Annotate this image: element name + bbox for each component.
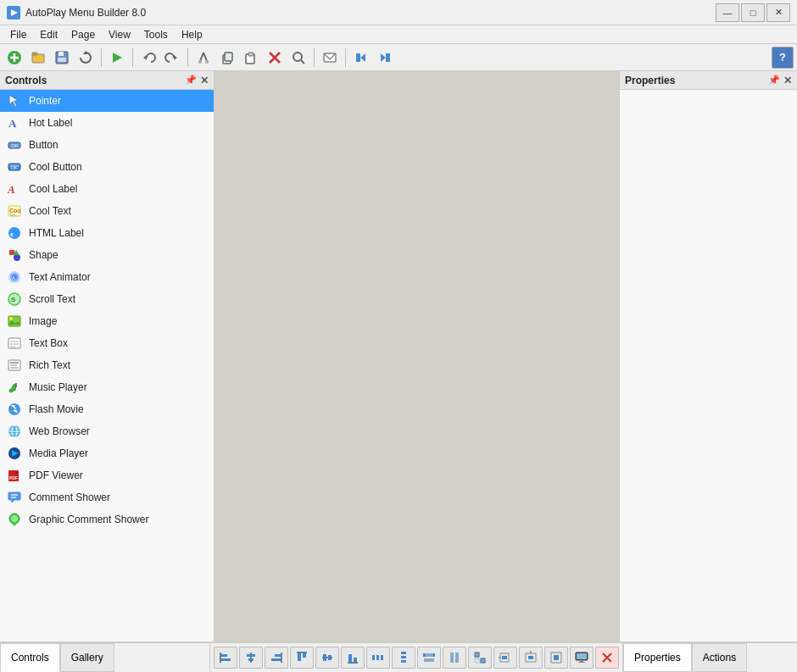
menu-help[interactable]: Help: [175, 27, 209, 42]
ctrl-text-animator[interactable]: A Text Animator: [0, 266, 214, 288]
menu-page[interactable]: Page: [64, 27, 102, 42]
cool-label-icon: A: [7, 181, 22, 197]
distribute-v-button[interactable]: [392, 647, 415, 669]
svg-rect-115: [475, 658, 479, 663]
play-button[interactable]: [106, 47, 128, 69]
svg-rect-8: [59, 52, 64, 56]
toolbar: ?: [0, 44, 797, 71]
gallery-tab[interactable]: Gallery: [60, 643, 114, 672]
graphic-comment-icon: [7, 512, 22, 527]
distribute-h-button[interactable]: [366, 647, 390, 669]
ctrl-rich-text[interactable]: Rich Text: [0, 354, 214, 376]
ctrl-rich-text-label: Rich Text: [29, 359, 70, 371]
ctrl-cool-label-label: Cool Label: [29, 183, 77, 195]
ctrl-image[interactable]: Image: [0, 310, 214, 332]
ctrl-pointer[interactable]: Pointer: [0, 90, 214, 112]
svg-rect-100: [354, 658, 357, 663]
ctrl-media-player-label: Media Player: [29, 447, 88, 459]
ctrl-button[interactable]: OK Button: [0, 134, 214, 156]
ctrl-text-box[interactable]: Text Box: [0, 332, 214, 354]
svg-rect-114: [481, 658, 485, 663]
ctrl-pdf-viewer-label: PDF Viewer: [29, 469, 83, 481]
ctrl-web-browser[interactable]: Web Browser: [0, 420, 214, 442]
new-button[interactable]: [3, 47, 25, 69]
menu-edit[interactable]: Edit: [33, 27, 64, 42]
ctrl-html-label-label: HTML Label: [29, 227, 84, 239]
align-bottom-edges-button[interactable]: [341, 647, 365, 669]
help-button[interactable]: ?: [772, 47, 794, 69]
canvas-area[interactable]: [215, 71, 619, 641]
ctrl-flash-movie[interactable]: Flash Movie: [0, 398, 214, 420]
ctrl-cool-button-label: Cool Button: [29, 161, 82, 173]
maximize-button[interactable]: □: [741, 3, 765, 22]
ctrl-text-box-label: Text Box: [29, 337, 68, 349]
ctrl-cool-text-label: Cool Text: [29, 205, 71, 217]
controls-close-icon[interactable]: ✕: [200, 75, 209, 86]
ctrl-cool-text[interactable]: Cool Text Cool Text: [0, 200, 214, 222]
close-button[interactable]: ✕: [766, 3, 790, 22]
ctrl-music-player[interactable]: Music Player: [0, 376, 214, 398]
align-top-edges-button[interactable]: [290, 647, 314, 669]
align-right-edges-button[interactable]: [265, 647, 288, 669]
actions-tab[interactable]: Actions: [692, 643, 747, 672]
align-center-v-button[interactable]: [315, 647, 339, 669]
properties-panel-header: Properties 📌 ✕: [620, 71, 797, 90]
ctrl-pointer-label: Pointer: [29, 95, 61, 107]
delete-objects-button[interactable]: [595, 647, 619, 669]
ctrl-scroll-text[interactable]: S Scroll Text: [0, 288, 214, 310]
ctrl-shape[interactable]: Shape: [0, 244, 214, 266]
svg-rect-108: [424, 658, 434, 662]
svg-rect-123: [554, 655, 559, 660]
ctrl-graphic-comment[interactable]: Graphic Comment Shower: [0, 508, 214, 530]
bottom-right-tabs: Properties Actions: [622, 643, 797, 672]
page-center-h-button[interactable]: [519, 647, 543, 669]
redo-button[interactable]: [161, 47, 183, 69]
open-button[interactable]: [27, 47, 49, 69]
ctrl-media-player[interactable]: Media Player: [0, 442, 214, 464]
minimize-button[interactable]: —: [716, 3, 739, 22]
ctrl-hot-label[interactable]: A Hot Label: [0, 112, 214, 134]
svg-marker-29: [381, 53, 386, 62]
align-left-edges-button[interactable]: [214, 647, 237, 669]
monitor-button[interactable]: [570, 647, 594, 669]
ctrl-cool-label[interactable]: A Cool Label: [0, 178, 214, 200]
properties-pin-icon[interactable]: 📌: [768, 75, 780, 86]
ctrl-cool-button[interactable]: OK Cool Button: [0, 156, 214, 178]
page-left-button[interactable]: [493, 647, 517, 669]
svg-rect-93: [298, 653, 301, 661]
properties-tab[interactable]: Properties: [623, 643, 692, 672]
ctrl-pdf-viewer[interactable]: PDF PDF Viewer: [0, 464, 214, 486]
reload-button[interactable]: [75, 47, 97, 69]
align-center-h-button[interactable]: [239, 647, 263, 669]
svg-rect-6: [32, 53, 37, 55]
save-button[interactable]: [51, 47, 73, 69]
ctrl-comment-shower[interactable]: Comment Shower: [0, 486, 214, 508]
title-bar-left: AutoPlay Menu Builder 8.0: [7, 6, 146, 19]
same-size-button[interactable]: [468, 647, 492, 669]
forward-button[interactable]: [374, 47, 396, 69]
pin-icon[interactable]: 📌: [185, 75, 197, 86]
ctrl-html-label[interactable]: e HTML Label: [0, 222, 214, 244]
page-center-v-button[interactable]: [544, 647, 568, 669]
cut-button[interactable]: [192, 47, 215, 69]
menu-view[interactable]: View: [102, 27, 137, 42]
cool-button-icon: OK: [7, 159, 22, 175]
svg-text:OK: OK: [11, 143, 19, 148]
properties-close-icon[interactable]: ✕: [783, 75, 792, 86]
undo-button[interactable]: [137, 47, 159, 69]
same-width-button[interactable]: [417, 647, 441, 669]
menu-tools[interactable]: Tools: [137, 27, 175, 42]
paste-button[interactable]: [240, 47, 262, 69]
find-button[interactable]: [287, 47, 309, 69]
svg-rect-101: [372, 655, 375, 660]
copy-button[interactable]: [216, 47, 238, 69]
controls-tab[interactable]: Controls: [0, 643, 60, 672]
svg-rect-113: [475, 653, 479, 657]
same-height-button[interactable]: [443, 647, 466, 669]
controls-list: Pointer A Hot Label: [0, 90, 214, 641]
controls-panel-title: Controls: [5, 75, 47, 86]
email-button[interactable]: [319, 47, 341, 69]
back-button[interactable]: [350, 47, 372, 69]
delete-button[interactable]: [264, 47, 286, 69]
menu-file[interactable]: File: [3, 27, 33, 42]
